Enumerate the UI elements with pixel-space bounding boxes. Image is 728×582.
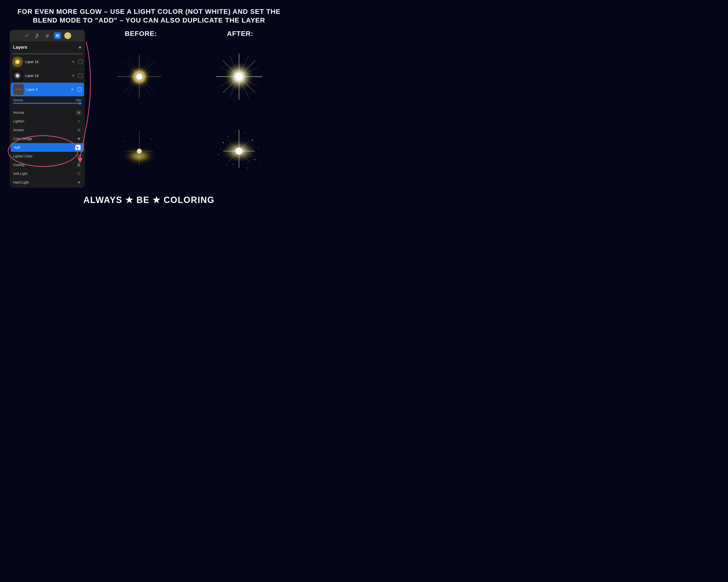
blend-mode-label: Hard Light — [13, 181, 29, 184]
svg-point-59 — [220, 148, 221, 149]
svg-point-53 — [228, 136, 228, 137]
star-thumb — [16, 74, 19, 78]
svg-point-0 — [37, 34, 37, 35]
blend-mode-hard-light-icon — [76, 180, 81, 185]
svg-point-72 — [236, 148, 242, 155]
layer-mode-indicator: N — [72, 74, 74, 77]
blend-mode-label: Lighter Color — [13, 154, 32, 158]
opacity-thumb — [79, 102, 81, 105]
svg-point-22 — [136, 74, 142, 80]
svg-point-36 — [151, 138, 152, 139]
layer-name: Layer 14 — [25, 74, 70, 78]
glow-thumb — [14, 58, 21, 65]
svg-point-7 — [78, 138, 80, 140]
svg-point-60 — [260, 162, 261, 162]
blend-mode-screen[interactable]: Screen — [10, 126, 85, 134]
blend-mode-screen-icon — [76, 127, 81, 133]
svg-point-9 — [78, 156, 79, 157]
svg-point-34 — [120, 153, 120, 154]
wand-icon[interactable] — [34, 32, 41, 39]
svg-point-51 — [223, 142, 224, 143]
layers-header: Layers + — [10, 41, 85, 53]
blend-mode-add-wrapper: Add + — [10, 143, 85, 152]
sparkle-before-bottom — [112, 129, 166, 173]
blend-mode-label: Add — [14, 145, 20, 149]
layer-mode-indicator: N — [72, 60, 74, 63]
layer-thumbnail — [13, 84, 24, 95]
layer-visibility-checkbox[interactable] — [78, 74, 82, 78]
blend-mode-add-icon: + — [75, 145, 81, 150]
blend-mode-color-dodge-icon — [76, 136, 81, 141]
svg-point-54 — [252, 140, 253, 141]
svg-point-50 — [137, 149, 142, 154]
title: FOR EVEN MORE GLOW – USE A LIGHT COLOR (… — [0, 0, 298, 27]
svg-point-37 — [157, 146, 158, 146]
svg-marker-11 — [77, 163, 80, 166]
layers-icon[interactable] — [54, 32, 61, 39]
svg-rect-1 — [56, 35, 59, 36]
layer-item[interactable]: Layer 14 N — [10, 69, 85, 83]
svg-point-63 — [216, 140, 216, 140]
blend-mode-lighter-color[interactable]: Lighter Color — [10, 152, 85, 161]
svg-point-40 — [146, 167, 147, 167]
toolbar — [10, 30, 85, 41]
layer-thumbnail — [12, 70, 23, 81]
svg-point-58 — [247, 168, 248, 168]
before-sparkle-bottom — [90, 114, 188, 188]
blend-mode-normal[interactable]: Normal N — [10, 108, 85, 117]
footer-text: ALWAYS ★ BE ★ COLORING — [83, 195, 215, 205]
svg-point-41 — [122, 147, 122, 147]
svg-point-52 — [218, 154, 219, 155]
svg-point-12 — [78, 172, 80, 175]
add-layer-button[interactable]: + — [78, 45, 81, 51]
blend-mode-label: Overlay — [13, 163, 25, 167]
blend-mode-lighter-color-icon — [76, 154, 81, 159]
blend-mode-overlay[interactable]: Overlay — [10, 161, 85, 169]
layer-item[interactable]: Layer 15 N — [10, 55, 85, 69]
after-label: AFTER: — [227, 30, 253, 37]
title-line1: FOR EVEN MORE GLOW – USE A LIGHT COLOR (… — [10, 7, 288, 16]
svg-point-42 — [160, 161, 160, 161]
opacity-slider[interactable] — [13, 103, 81, 104]
pencil-icon[interactable] — [24, 32, 30, 39]
layer-item-active[interactable]: Layer 9 A — [11, 83, 84, 96]
svg-point-57 — [227, 164, 227, 165]
opacity-row: Opacity Max — [13, 99, 81, 102]
layer-name: Layer 15 — [25, 60, 70, 64]
preview-section: BEFORE: AFTER: — [90, 30, 288, 188]
blend-mode-label: Lighten — [13, 119, 24, 123]
opacity-section: Opacity Max — [10, 96, 85, 107]
footer: ALWAYS ★ BE ★ COLORING — [0, 190, 298, 210]
star-glow-after-top — [215, 52, 263, 101]
blend-mode-label: Soft Light — [13, 172, 27, 175]
svg-point-65 — [235, 131, 235, 132]
star-glow-before-top — [115, 52, 163, 101]
blend-mode-label: Screen — [13, 128, 24, 132]
blend-modes-list: Normal N Lighten ✳ Screen Color Dodge — [10, 107, 85, 188]
svg-point-39 — [126, 163, 126, 163]
blend-mode-normal-icon: N — [76, 110, 81, 115]
blend-mode-color-dodge[interactable]: Color Dodge — [10, 134, 85, 143]
layers-panel: Layers + Layer 15 N Layer 14 N — [10, 30, 85, 188]
blend-mode-lighten-icon: ✳ — [76, 118, 81, 124]
user-avatar[interactable] — [64, 32, 71, 39]
svg-point-35 — [129, 135, 130, 136]
layer-visibility-checkbox[interactable] — [77, 87, 81, 92]
svg-point-44 — [144, 134, 145, 134]
blend-mode-soft-light[interactable]: Soft Light — [10, 169, 85, 178]
blend-mode-add[interactable]: Add + — [11, 143, 84, 152]
title-line2: BLEND MODE TO "ADD" – YOU CAN ALSO DUPLI… — [10, 16, 288, 25]
opacity-fill — [13, 103, 81, 104]
blend-mode-lighten[interactable]: Lighten ✳ — [10, 117, 85, 126]
layer-visibility-checkbox[interactable] — [78, 60, 82, 64]
svg-point-56 — [254, 159, 255, 160]
svg-point-64 — [264, 149, 265, 150]
opacity-value: Max — [76, 99, 81, 102]
layers-title: Layers — [13, 45, 27, 50]
blend-mode-hard-light[interactable]: Hard Light — [10, 178, 85, 187]
eraser-icon[interactable] — [44, 32, 51, 39]
after-sparkle-bottom — [189, 114, 288, 188]
svg-rect-3 — [56, 36, 59, 37]
layer-group-divider — [12, 53, 82, 55]
svg-point-45 — [117, 139, 118, 139]
